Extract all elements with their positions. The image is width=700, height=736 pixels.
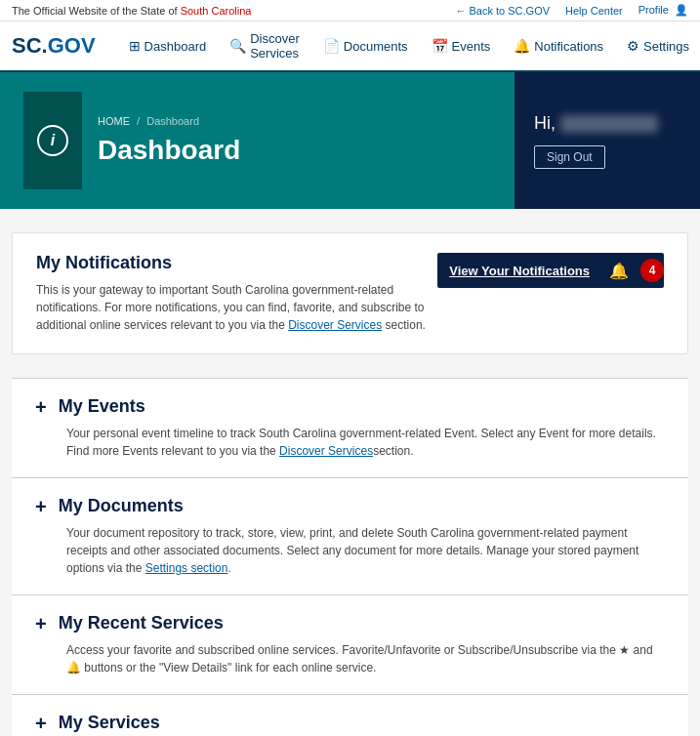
breadcrumb-home[interactable]: HOME <box>98 115 130 127</box>
nav-events[interactable]: 📅 Events <box>422 32 501 60</box>
expand-icon: + <box>35 614 47 634</box>
notifications-content: My Notifications This is your gateway to… <box>36 253 437 334</box>
accordion-link-my-events[interactable]: Discover Services <box>279 444 373 458</box>
nav-links: ⊞ Dashboard 🔍 Discover Services 📄 Docume… <box>119 25 699 66</box>
events-icon: 📅 <box>432 38 448 54</box>
nav-discover-services[interactable]: 🔍 Discover Services <box>220 25 309 66</box>
accordion-desc-my-events: Your personal event timeline to track So… <box>66 425 665 460</box>
official-text: The Official Website of the State of Sou… <box>12 5 251 17</box>
accordion-section-my-services: +My ServicesAccess your favorite and sub… <box>12 694 688 736</box>
view-notifications-label: View Your Notifications <box>437 264 601 278</box>
info-icon: i <box>37 125 68 156</box>
accordion-header-my-recent-services[interactable]: +My Recent Services <box>35 613 665 634</box>
nav-documents[interactable]: 📄 Documents <box>313 32 418 60</box>
main-nav: SC.GOV ⊞ Dashboard 🔍 Discover Services 📄… <box>0 21 700 72</box>
discover-services-link[interactable]: Discover Services <box>288 318 382 332</box>
hero-left: i HOME / Dashboard Dashboard <box>0 72 515 209</box>
notification-badge: 4 <box>640 259 664 282</box>
profile-icon: 👤 <box>675 4 688 16</box>
hero-content: HOME / Dashboard Dashboard <box>82 115 240 166</box>
expand-icon: + <box>35 397 47 417</box>
notifications-header: My Notifications This is your gateway to… <box>36 253 664 334</box>
user-greeting: Hi, <box>534 113 658 134</box>
accordion-header-my-documents[interactable]: +My Documents <box>35 496 665 516</box>
accordion-container: +My EventsYour personal event timeline t… <box>0 378 700 736</box>
expand-icon: + <box>35 497 47 516</box>
nav-dashboard[interactable]: ⊞ Dashboard <box>119 32 217 60</box>
settings-icon: ⚙ <box>627 38 639 54</box>
top-bar-right: ← Back to SC.GOV Help Center Profile 👤 <box>455 4 688 17</box>
notifications-icon: 🔔 <box>514 38 530 54</box>
top-bar: The Official Website of the State of Sou… <box>0 0 700 21</box>
view-notifications-button[interactable]: View Your Notifications 🔔 4 <box>437 253 664 288</box>
hero-strip: i <box>23 92 82 189</box>
accordion-section-my-events: +My EventsYour personal event timeline t… <box>12 378 688 477</box>
back-to-scgov-link[interactable]: ← Back to SC.GOV <box>455 5 550 17</box>
accordion-desc-my-documents: Your document repository to track, store… <box>66 524 665 577</box>
accordion-desc-my-recent-services: Access your favorite and subscribed onli… <box>66 641 665 676</box>
sign-out-button[interactable]: Sign Out <box>534 145 605 169</box>
profile-link[interactable]: Profile 👤 <box>638 4 688 17</box>
accordion-header-my-services[interactable]: +My Services <box>35 713 665 733</box>
notifications-title: My Notifications <box>36 253 437 273</box>
bell-icon: 🔔 <box>601 253 637 288</box>
breadcrumb: HOME / Dashboard <box>98 115 240 127</box>
hero-right: Hi, Sign Out <box>515 72 700 209</box>
accordion-header-my-events[interactable]: +My Events <box>35 396 665 417</box>
accordion-title-my-events: My Events <box>59 396 145 417</box>
nav-notifications[interactable]: 🔔 Notifications <box>504 32 613 60</box>
expand-icon: + <box>35 714 47 733</box>
hero-section: i HOME / Dashboard Dashboard Hi, Sign Ou… <box>0 72 700 209</box>
accordion-title-my-recent-services: My Recent Services <box>59 613 224 634</box>
discover-icon: 🔍 <box>229 38 246 54</box>
notifications-description: This is your gateway to important South … <box>36 281 437 334</box>
accordion-link-my-documents[interactable]: Settings section <box>145 561 228 575</box>
dashboard-icon: ⊞ <box>129 38 141 54</box>
state-link[interactable]: South Carolina <box>181 5 252 17</box>
nav-settings[interactable]: ⚙ Settings <box>617 32 699 60</box>
documents-icon: 📄 <box>323 38 340 54</box>
page-title: Dashboard <box>98 135 240 166</box>
site-logo[interactable]: SC.GOV <box>12 33 96 59</box>
accordion-title-my-documents: My Documents <box>59 496 184 516</box>
accordion-section-my-documents: +My DocumentsYour document repository to… <box>12 477 688 594</box>
accordion-section-my-recent-services: +My Recent ServicesAccess your favorite … <box>12 594 688 694</box>
user-name-blurred <box>560 115 658 133</box>
notifications-section: My Notifications This is your gateway to… <box>12 232 688 354</box>
accordion-title-my-services: My Services <box>59 713 160 733</box>
help-center-link[interactable]: Help Center <box>565 5 623 17</box>
